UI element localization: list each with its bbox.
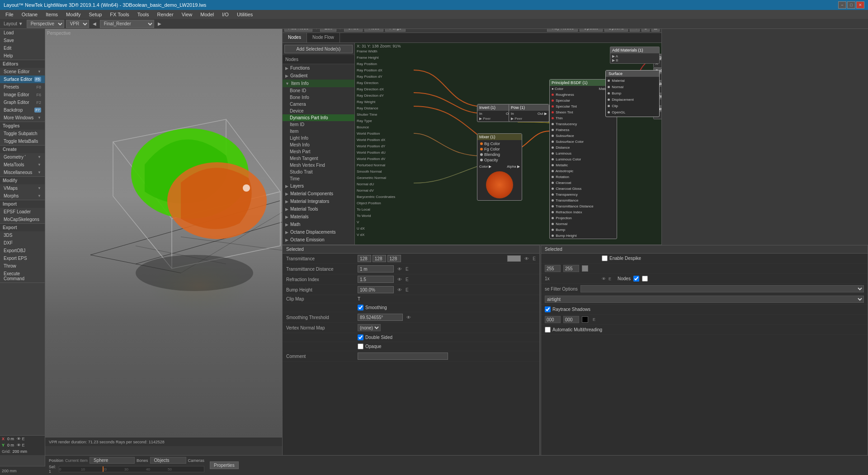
view-mode-select[interactable]: Perspective Top Front: [27, 20, 64, 28]
node-canvas[interactable]: X: 31 Y: 138 Zoom: 91% Frame Width Frame…: [355, 43, 661, 245]
opaque-checkbox[interactable]: [358, 343, 363, 349]
menu-utilities[interactable]: Utilities: [233, 11, 256, 18]
execute-command[interactable]: Execute Command: [0, 270, 45, 282]
sphere-display[interactable]: Sphere: [90, 457, 135, 464]
eye-icon-2[interactable]: 👁: [397, 267, 402, 272]
export-dxf[interactable]: DXF: [0, 239, 45, 247]
menu-setup[interactable]: Setup: [85, 11, 106, 18]
eye-icon-4[interactable]: 👁: [397, 287, 402, 292]
envelope-icon-3[interactable]: E: [406, 277, 409, 282]
raytrace-shadows-checkbox[interactable]: [545, 306, 551, 312]
category-materials[interactable]: ▶ Materials: [283, 213, 354, 221]
opaque-label[interactable]: Opaque: [358, 343, 382, 349]
menu-fx-tools[interactable]: FX Tools: [106, 11, 133, 18]
subitem-mesh-info[interactable]: Mesh Info: [283, 141, 354, 148]
menu-model[interactable]: Model: [197, 11, 217, 18]
add-selected-node-button[interactable]: Add Selected Node(s): [284, 45, 353, 53]
transmittance-r-input[interactable]: [358, 255, 371, 262]
subitem-camera[interactable]: Camera: [283, 101, 354, 108]
presets[interactable]: PresetsF8: [0, 83, 45, 91]
double-sided-label[interactable]: Double Sided: [358, 334, 392, 340]
category-functions[interactable]: ▶ Functions: [283, 64, 354, 72]
metatools-item[interactable]: MetaTools▼: [0, 161, 45, 169]
envelope-icon[interactable]: E: [533, 256, 536, 261]
subitem-studio-trait[interactable]: Studio Trait: [283, 169, 354, 175]
category-math[interactable]: ▶ Math: [283, 221, 354, 228]
value-255-input[interactable]: [545, 265, 561, 272]
category-material-integrators[interactable]: ▶ Material Integrators: [283, 198, 354, 205]
tab-nodes[interactable]: Nodes: [283, 33, 307, 42]
menu-tools[interactable]: Tools: [134, 11, 153, 18]
category-material-tools[interactable]: ▶ Material Tools: [283, 205, 354, 213]
subitem-mesh-tangent[interactable]: Mesh Tangent: [283, 155, 354, 162]
menu-octane[interactable]: Octane: [18, 11, 41, 18]
maximize-button[interactable]: □: [847, 1, 855, 9]
enable-despike-label[interactable]: Enable Despike: [602, 255, 641, 261]
auto-multithreading-label[interactable]: Automatic Multithreading: [545, 327, 602, 333]
shadow-000-input[interactable]: [545, 316, 561, 323]
minimize-button[interactable]: −: [838, 1, 846, 9]
menu-io[interactable]: I/O: [218, 11, 232, 18]
smoothing-checkbox-label[interactable]: Smoothing: [358, 305, 387, 310]
category-octane-emission[interactable]: ▶ Octane Emission: [283, 236, 354, 244]
graph-editor[interactable]: Graph EditorF2: [0, 99, 45, 106]
smoothing-checkbox[interactable]: [358, 305, 363, 310]
category-octane-displacements[interactable]: ▶ Octane Displacements: [283, 228, 354, 236]
category-octane-mat-layers[interactable]: ▶ Octane Mat Layers: [283, 244, 354, 245]
menu-help[interactable]: Help: [0, 52, 45, 60]
pow-node[interactable]: Pow (1) InOut ▶ ▶ Peer: [509, 104, 549, 122]
objects-display[interactable]: Objects: [150, 457, 186, 464]
menu-modify[interactable]: Modify: [62, 11, 84, 18]
export-3ds[interactable]: 3DS: [0, 231, 45, 239]
category-material-components[interactable]: ▶ Material Components: [283, 190, 354, 198]
epsf-loader[interactable]: EPSF Loader: [0, 208, 45, 216]
raytrace-shadows-label[interactable]: Raytrace Shadows: [545, 306, 590, 312]
subitem-dynamics-part-info[interactable]: Dynamics Part Info: [283, 114, 354, 121]
filter-select[interactable]: [580, 285, 864, 292]
geometry-item[interactable]: Geometry '▼: [0, 153, 45, 161]
menu-items[interactable]: Items: [42, 11, 61, 18]
toggle-subpatch[interactable]: Toggle Subpatch: [0, 130, 45, 137]
vmaps-item[interactable]: VMaps▼: [0, 184, 45, 192]
envelope-icon-4[interactable]: E: [406, 287, 409, 292]
export-eps[interactable]: Export EPS: [0, 254, 45, 262]
eye-icon[interactable]: 👁: [524, 256, 529, 261]
backdrop[interactable]: BackdropF7: [0, 106, 45, 114]
value-255b-input[interactable]: [563, 265, 579, 272]
morphs-item[interactable]: Morphs▼: [0, 192, 45, 200]
surface-output-node[interactable]: Surface Material Normal Bump Displacemen…: [605, 70, 660, 117]
surface-editor[interactable]: Surface EditorF5: [0, 75, 45, 83]
comment-input[interactable]: [358, 353, 448, 360]
eye-icon-3[interactable]: 👁: [397, 277, 402, 282]
category-gradient[interactable]: ▶ Gradient: [283, 72, 354, 80]
threshold-eye-icon[interactable]: 👁: [406, 315, 411, 320]
mocap-skelegons[interactable]: MoCapSkelegons: [0, 216, 45, 223]
bump-height-input[interactable]: [358, 286, 394, 293]
miscellaneous-item[interactable]: Miscellaneous▼: [0, 169, 45, 176]
subitem-item-id[interactable]: Item ID: [283, 121, 354, 128]
auto-multithreading-checkbox[interactable]: [545, 327, 551, 333]
envelope-icon-2[interactable]: E: [406, 267, 409, 272]
render-select[interactable]: Final_Render: [100, 20, 154, 28]
shadow-000b-input[interactable]: [563, 316, 579, 323]
menu-edit[interactable]: Edit: [0, 44, 45, 52]
double-sided-checkbox[interactable]: [358, 334, 363, 340]
subitem-item-info-leaf[interactable]: Item: [283, 128, 354, 135]
transmittance-distance-input[interactable]: [358, 265, 394, 273]
timeline-cursor[interactable]: [103, 466, 104, 472]
subitem-device[interactable]: Device: [283, 108, 354, 114]
nodes-checkbox2[interactable]: [642, 276, 648, 282]
export-obj[interactable]: ExportOBJ: [0, 247, 45, 254]
menu-load[interactable]: Load: [0, 29, 45, 37]
menu-save[interactable]: Save: [0, 37, 45, 44]
refraction-index-input[interactable]: [358, 276, 394, 283]
airtight-select[interactable]: airtight: [545, 296, 864, 303]
subitem-time[interactable]: Time: [283, 175, 354, 182]
category-item-info[interactable]: ▼ Item Info: [283, 80, 354, 87]
timeline-track[interactable]: 0 10 20 30 40 50: [59, 466, 204, 472]
shadow-color-swatch[interactable]: [582, 316, 588, 323]
subitem-mesh-part[interactable]: Mesh Part: [283, 148, 354, 155]
menu-render[interactable]: Render: [154, 11, 177, 18]
transmittance-swatch[interactable]: [507, 255, 521, 262]
properties-btn[interactable]: Properties: [210, 461, 239, 469]
